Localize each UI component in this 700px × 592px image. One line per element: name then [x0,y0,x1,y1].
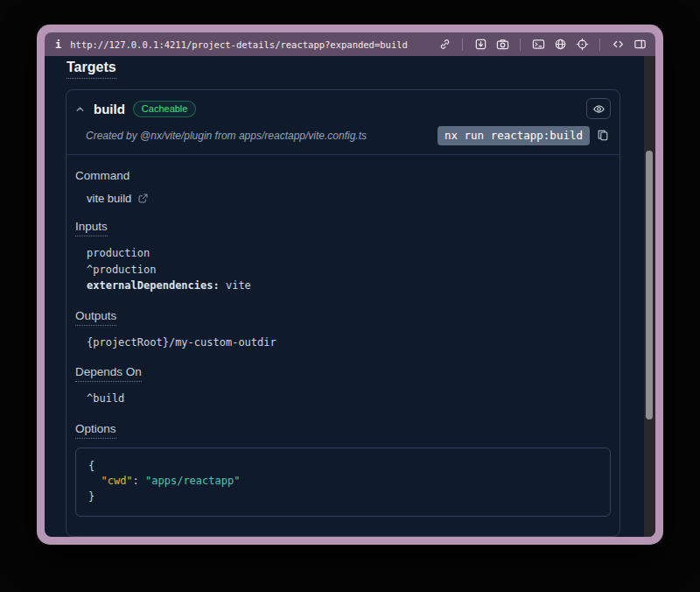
build-card-body: Command vite build Inputs [66,155,620,536]
globe-icon[interactable] [553,38,567,52]
crosshair-icon[interactable] [575,38,589,52]
command-value: vite build [87,192,131,205]
toolbar-separator [462,39,463,51]
depends-on-heading: Depends On [75,365,142,382]
inputs-heading: Inputs [75,220,108,236]
import-icon[interactable] [473,38,487,52]
browser-toolbar: i http://127.0.0.1:4211/project-details/… [45,32,655,56]
build-card-subheader: Created by @nx/vite/plugin from apps/rea… [66,124,620,155]
input-item: production [87,245,611,262]
json-line: { [88,459,599,475]
options-json-block: { "cwd": "apps/reactapp" } [75,448,611,518]
link-icon[interactable] [438,38,452,52]
output-item: {projectRoot}/my-custom-outdir [87,335,611,351]
target-card-build: build Cacheable Created by @nx/vite/plug… [66,89,620,537]
command-link[interactable]: vite build [87,192,611,205]
camera-icon[interactable] [495,38,509,52]
info-icon: i [55,39,61,51]
created-by-text: Created by @nx/vite/plugin from apps/rea… [86,130,430,142]
command-heading: Command [75,169,130,182]
options-section: Options { "cwd": "apps/reactapp" } [75,420,611,518]
depends-on-section: Depends On ^build [75,363,611,407]
outputs-heading: Outputs [75,309,116,326]
build-card-header[interactable]: build Cacheable [66,90,620,124]
toolbar-separator [599,39,600,51]
eye-icon [592,102,606,116]
page-title: Targets [66,60,116,79]
json-line: "cwd": "apps/reactapp" [88,474,599,490]
address-bar[interactable]: http://127.0.0.1:4211/project-details/re… [70,39,408,50]
toolbar-separator [520,39,521,51]
chevron-up-icon[interactable] [75,103,86,114]
outputs-section: Outputs {projectRoot}/my-custom-outdir [75,307,611,351]
depends-on-item: ^build [87,391,611,407]
scrollbar-track[interactable] [644,56,655,537]
json-line: } [88,490,599,505]
scrollbar-thumb[interactable] [646,151,653,419]
options-heading: Options [75,422,116,439]
view-target-graph-button[interactable] [586,98,611,119]
inputs-section: Inputs production ^production externalDe… [75,218,611,294]
terminal-icon[interactable] [531,38,545,52]
copy-icon[interactable] [597,129,611,143]
cacheable-badge: Cacheable [133,101,197,117]
command-section: Command vite build [75,167,611,205]
external-link-icon [137,193,150,205]
input-item: ^production [87,262,611,278]
browser-window: i http://127.0.0.1:4211/project-details/… [37,25,663,545]
code-icon[interactable] [611,38,625,52]
target-name-build: build [94,102,125,116]
project-details-page: Targets build Cacheable Created by @nx/v… [45,56,655,537]
panel-icon[interactable] [633,38,647,52]
run-command-chip: nx run reactapp:build [438,126,590,145]
input-item: externalDependencies: vite [87,278,611,294]
